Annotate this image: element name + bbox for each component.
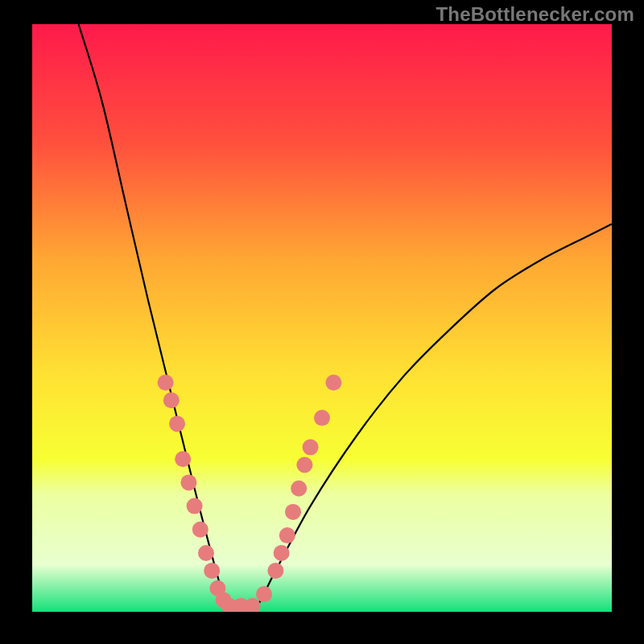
marker-dot <box>198 545 214 561</box>
chart-svg <box>32 24 612 612</box>
gradient-background <box>32 24 612 612</box>
marker-dot <box>180 474 196 490</box>
marker-dot <box>163 392 180 408</box>
marker-dot <box>274 545 290 561</box>
marker-dot <box>291 481 307 497</box>
marker-dot <box>303 440 319 456</box>
marker-dot <box>158 374 174 390</box>
marker-dot <box>267 563 283 579</box>
marker-dot <box>192 522 208 538</box>
marker-dot <box>314 410 330 426</box>
marker-dot <box>296 457 312 473</box>
marker-dot <box>285 504 301 520</box>
marker-dot <box>256 586 272 602</box>
marker-dot <box>325 374 341 390</box>
chart-frame <box>32 24 612 612</box>
watermark-text: TheBottlenecker.com <box>436 3 634 26</box>
marker-dot <box>169 415 185 431</box>
marker-dot <box>279 527 295 543</box>
marker-dot <box>175 451 191 467</box>
marker-dot <box>204 563 220 579</box>
marker-dot <box>187 498 203 514</box>
